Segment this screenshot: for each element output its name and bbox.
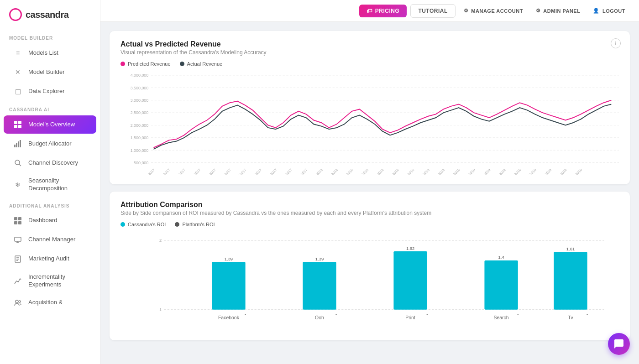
svg-text:Ooh: Ooh: [315, 315, 324, 320]
svg-text:22 May 2017: 22 May 2017: [199, 168, 217, 175]
explorer-icon: ◫: [13, 86, 23, 96]
svg-text:26 Jun 2017: 26 Jun 2017: [215, 168, 232, 175]
sidebar-item-label: Channel Manager: [28, 236, 75, 244]
svg-rect-1: [18, 121, 21, 124]
chat-icon: [613, 338, 624, 349]
sidebar-item-budget-allocator[interactable]: Budget Allocator: [4, 135, 96, 153]
svg-rect-12: [14, 221, 17, 224]
svg-text:-: -: [587, 312, 588, 317]
snowflake-icon: ❄: [13, 180, 23, 190]
svg-point-22: [19, 301, 21, 302]
sidebar-item-label: Dashboard: [28, 217, 58, 224]
main-content: 🏷 PRICING TUTORIAL ⚙ MANAGE ACCOUNT ⚙ AD…: [100, 0, 639, 364]
svg-rect-7: [20, 140, 21, 147]
actual-label: Actual Revenue: [187, 61, 223, 67]
budget-icon: [13, 139, 23, 149]
line-chart: 4,000,000 3,500,000 3,000,000 2,500,000 …: [120, 70, 619, 175]
users-icon: [13, 298, 23, 308]
svg-text:Search: Search: [494, 315, 509, 320]
predicted-color-dot: [120, 62, 125, 66]
svg-text:02 Jan 2017: 02 Jan 2017: [139, 168, 156, 175]
user-icon: 👤: [593, 8, 600, 14]
sidebar-item-acquisition[interactable]: Acquisition &: [4, 294, 96, 312]
svg-text:-: -: [335, 312, 337, 317]
svg-rect-6: [18, 141, 19, 147]
svg-rect-77: [303, 262, 336, 310]
sidebar-item-seasonality[interactable]: ❄ Seasonality Decomposition: [4, 173, 96, 197]
sidebar-item-label: Seasonality Decomposition: [28, 177, 87, 192]
sidebar-item-marketing-audit[interactable]: Marketing Audit: [4, 250, 96, 268]
svg-text:-: -: [426, 312, 428, 317]
sidebar-item-models-list[interactable]: ≡ Models List: [4, 44, 96, 62]
predicted-label: Predicted Revenue: [128, 61, 171, 67]
svg-text:4,000,000: 4,000,000: [131, 73, 149, 78]
svg-rect-10: [14, 217, 17, 220]
svg-text:500,000: 500,000: [134, 161, 148, 165]
svg-rect-89: [554, 252, 587, 310]
chart1-subtitle: Visual representation of the Cassandra's…: [120, 49, 619, 56]
svg-text:01 Jul 2019: 01 Jul 2019: [521, 168, 537, 175]
svg-text:05 Aug 2019: 05 Aug 2019: [535, 168, 552, 175]
tutorial-label: TUTORIAL: [418, 8, 447, 14]
svg-text:26 Feb 2018: 26 Feb 2018: [322, 168, 339, 175]
line-chart-svg: 4,000,000 3,500,000 3,000,000 2,500,000 …: [120, 70, 619, 175]
svg-text:07 May 2018: 07 May 2018: [352, 168, 369, 175]
sidebar-item-label: Acquisition &: [28, 299, 63, 307]
info-button[interactable]: i: [611, 38, 621, 48]
svg-rect-14: [15, 237, 21, 241]
svg-text:1.4: 1.4: [498, 255, 504, 260]
list-icon: ≡: [13, 48, 23, 58]
svg-text:18 Mar 2019: 18 Mar 2019: [474, 168, 491, 175]
svg-text:09 Feb 2017: 09 Feb 2017: [154, 168, 171, 175]
chat-button[interactable]: [608, 333, 630, 355]
svg-text:31 Jul 2017: 31 Jul 2017: [231, 168, 247, 175]
sidebar-item-label: Channel Discovery: [28, 159, 78, 167]
svg-text:2: 2: [159, 238, 162, 243]
chart1-title: Actual vs Predicted Revenue: [120, 40, 619, 48]
sidebar-item-dashboard[interactable]: Dashboard: [4, 212, 96, 230]
legend-actual: Actual Revenue: [180, 61, 223, 67]
sidebar-item-channel-discovery[interactable]: Channel Discovery: [4, 154, 96, 172]
svg-text:2,000,000: 2,000,000: [131, 123, 149, 128]
sidebar-item-label: Marketing Audit: [28, 255, 69, 263]
pricing-label: PRICING: [375, 8, 400, 14]
svg-text:22 Jan 2018: 22 Jan 2018: [307, 168, 324, 175]
svg-rect-4: [14, 145, 16, 147]
tutorial-button[interactable]: TUTORIAL: [410, 4, 455, 18]
svg-text:25 Sep 2018: 25 Sep 2018: [398, 168, 415, 175]
pricing-button[interactable]: 🏷 PRICING: [359, 5, 407, 17]
svg-text:1,000,000: 1,000,000: [131, 148, 149, 153]
sidebar-item-incrementality[interactable]: Incrementality Experiments: [4, 269, 96, 293]
svg-point-21: [16, 300, 18, 303]
legend-predicted: Predicted Revenue: [120, 61, 171, 67]
svg-text:29 Oct 2018: 29 Oct 2018: [414, 168, 430, 175]
svg-text:13 Mar 2017: 13 Mar 2017: [169, 168, 186, 175]
legend-cassandra-roi: Cassandra's ROI: [120, 222, 166, 227]
svg-text:03 Dec 2018: 03 Dec 2018: [429, 168, 446, 175]
svg-text:1.61: 1.61: [566, 246, 575, 251]
sidebar: cassandra MODEL BUILDER ≡ Models List ✕ …: [0, 0, 100, 364]
svg-text:1,500,000: 1,500,000: [131, 135, 149, 140]
sidebar-item-model-builder[interactable]: ✕ Model Builder: [4, 63, 96, 81]
svg-text:1.39: 1.39: [225, 256, 233, 261]
svg-rect-3: [18, 125, 21, 128]
sidebar-item-data-explorer[interactable]: ◫ Data Explorer: [4, 82, 96, 100]
logout-button[interactable]: 👤 LOGOUT: [588, 5, 630, 17]
svg-text:1.39: 1.39: [315, 256, 324, 261]
sidebar-item-label: Model's Overview: [28, 121, 75, 129]
sidebar-item-models-overview[interactable]: Model's Overview: [4, 115, 96, 134]
manage-account-button[interactable]: ⚙ MANAGE ACCOUNT: [459, 5, 528, 17]
monitor-icon: [13, 235, 23, 245]
sidebar-item-channel-manager[interactable]: Channel Manager: [4, 231, 96, 249]
brand-name: cassandra: [26, 10, 68, 20]
logout-label: LOGOUT: [602, 8, 625, 14]
svg-text:09 Oct 2017: 09 Oct 2017: [261, 168, 278, 175]
manage-account-label: MANAGE ACCOUNT: [471, 8, 523, 14]
chart2-subtitle: Side by Side comparison of ROI measured …: [120, 210, 619, 216]
attribution-chart-card: Attribution Comparison Side by Side comp…: [110, 192, 630, 340]
svg-text:16 Jul 2018: 16 Jul 2018: [384, 168, 400, 175]
chart2-legend: Cassandra's ROI Platform's ROI: [120, 222, 619, 227]
svg-text:17 Apr 2017: 17 Apr 2017: [185, 168, 201, 175]
admin-panel-button[interactable]: ⚙ ADMIN PANEL: [531, 5, 585, 17]
svg-text:07 Jan 2019: 07 Jan 2019: [444, 168, 461, 175]
